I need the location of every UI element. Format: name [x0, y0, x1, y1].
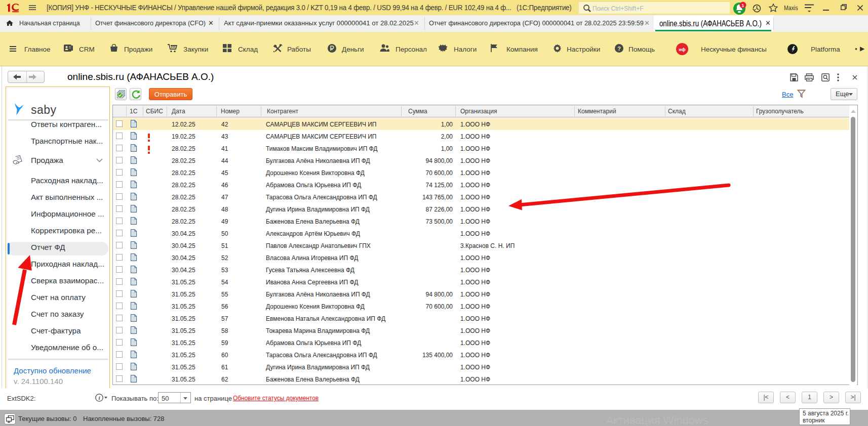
- svg-text:нф: нф: [679, 47, 685, 52]
- svg-text:i: i: [98, 395, 100, 401]
- svg-text:?: ?: [617, 46, 621, 52]
- svg-text:1: 1: [741, 3, 744, 8]
